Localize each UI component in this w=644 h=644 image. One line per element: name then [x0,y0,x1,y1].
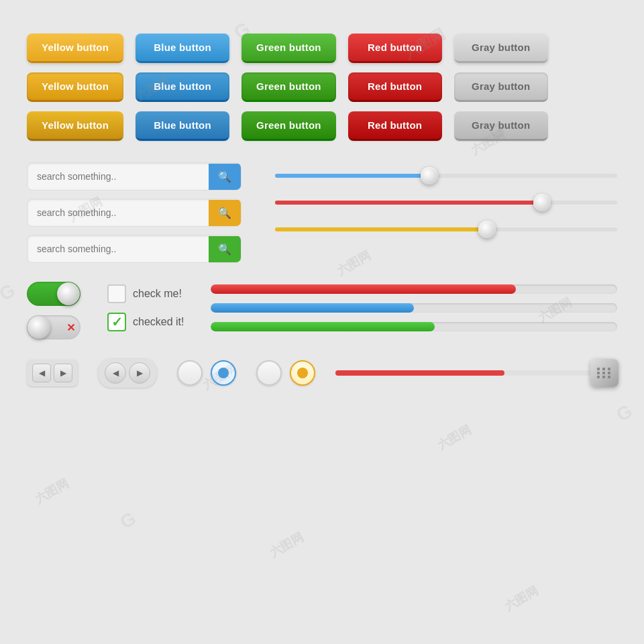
button-row-1: Yellow button Blue button Green button R… [27,34,617,63]
slider-blue-track[interactable] [275,174,617,178]
checkmark-icon: ✓ [111,314,123,330]
slider-red-fill [275,201,542,205]
search-input-yellow[interactable] [28,199,209,226]
bottom-controls: ◀ ▶ ◀ ▶ [27,358,617,388]
bottom-slider-wrap [335,370,617,376]
checkbox-label-checked: checked it! [133,316,184,328]
button-row-2: Yellow button Blue button Green button R… [27,72,617,102]
radio-group-yellow [256,360,315,386]
radio-unselected-2[interactable] [256,360,282,386]
gray-button-2[interactable]: Gray button [454,72,548,102]
knob-dot [608,368,610,370]
stepper-pill-next[interactable]: ▶ [129,362,150,384]
toggle-knob-on [57,282,80,305]
checkboxes-column: check me! ✓ checked it! [107,282,184,331]
search-input-green[interactable] [28,235,209,262]
bottom-slider-fill [335,370,504,376]
blue-button-3[interactable]: Blue button [136,111,229,141]
hsliders-column [211,282,617,331]
radio-selected-blue[interactable] [211,360,236,386]
slider-blue-fill [275,174,429,178]
hslider-green-fill [211,322,434,331]
red-button-1[interactable]: Red button [348,34,442,63]
blue-button-2[interactable]: Blue button [136,72,229,102]
bottom-slider-knob[interactable] [590,359,619,387]
checkbox-unchecked[interactable]: check me! [107,284,184,303]
yellow-button-1[interactable]: Yellow button [27,34,123,63]
slider-yellow-track[interactable] [275,227,617,231]
search-box-yellow: 🔍 [27,199,241,227]
main-content: Yellow button Blue button Green button R… [0,0,644,408]
knob-grid [597,368,612,378]
knob-dot [602,376,605,378]
search-sliders-section: 🔍 🔍 🔍 [27,162,617,263]
slider-red-thumb[interactable] [533,194,551,211]
slider-yellow-fill [275,227,487,231]
green-button-1[interactable]: Green button [241,34,336,63]
search-button-blue[interactable]: 🔍 [209,164,241,190]
search-input-blue[interactable] [28,163,209,190]
search-box-green: 🔍 [27,235,241,263]
search-button-yellow[interactable]: 🔍 [209,200,241,226]
search-button-green[interactable]: 🔍 [209,236,241,262]
slider-red-track[interactable] [275,201,617,205]
radio-unselected-1[interactable] [177,360,203,386]
checkbox-box-unchecked[interactable] [107,284,126,303]
checkbox-box-checked[interactable]: ✓ [107,313,126,331]
knob-dot [608,376,610,378]
radio-inner-blue [218,368,229,378]
checkbox-checked[interactable]: ✓ checked it! [107,313,184,331]
toggle-on[interactable]: ✓ [27,282,80,306]
hslider-green-track[interactable] [211,322,617,331]
knob-dot [602,368,605,370]
search-box-blue: 🔍 [27,162,241,191]
gray-button-3[interactable]: Gray button [454,111,548,141]
slider-blue-wrapper [275,168,617,184]
knob-dot [608,372,610,374]
radio-group-blue [177,360,236,386]
controls-section: ✓ ✕ check me! ✓ checked it! [27,282,617,339]
hslider-blue-fill [211,303,414,313]
knob-dot [597,372,600,374]
gray-button-1[interactable]: Gray button [454,34,548,63]
radio-inner-yellow [297,368,308,378]
stepper-square-next[interactable]: ▶ [54,364,72,382]
stepper-pill: ◀ ▶ [98,358,157,388]
sliders-column [275,162,617,237]
toggle-off[interactable]: ✕ [27,315,80,339]
toggle-knob-off [28,316,50,339]
toggles-column: ✓ ✕ [27,282,80,339]
red-button-2[interactable]: Red button [348,72,442,102]
yellow-button-3[interactable]: Yellow button [27,111,123,141]
bottom-slider-track[interactable] [335,370,617,376]
checkbox-label-unchecked: check me! [133,288,182,300]
stepper-square: ◀ ▶ [27,360,78,386]
slider-yellow-thumb[interactable] [478,221,496,238]
slider-blue-thumb[interactable] [421,167,438,184]
green-button-3[interactable]: Green button [241,111,336,141]
button-row-3: Yellow button Blue button Green button R… [27,111,617,141]
buttons-section: Yellow button Blue button Green button R… [27,34,617,141]
stepper-square-prev[interactable]: ◀ [32,364,51,382]
knob-dot [597,376,600,378]
hslider-blue-track[interactable] [211,303,617,313]
slider-red-wrapper [275,195,617,211]
slider-yellow-wrapper [275,221,617,237]
knob-dot [597,368,600,370]
stepper-pill-prev[interactable]: ◀ [105,362,126,384]
toggle-x-icon: ✕ [66,321,75,334]
hslider-red-track[interactable] [211,284,617,294]
search-column: 🔍 🔍 🔍 [27,162,241,263]
radio-selected-yellow[interactable] [290,360,315,386]
red-button-3[interactable]: Red button [348,111,442,141]
knob-dot [602,372,605,374]
yellow-button-2[interactable]: Yellow button [27,72,123,102]
blue-button-1[interactable]: Blue button [136,34,229,63]
hslider-red-fill [211,284,515,294]
green-button-2[interactable]: Green button [241,72,336,102]
